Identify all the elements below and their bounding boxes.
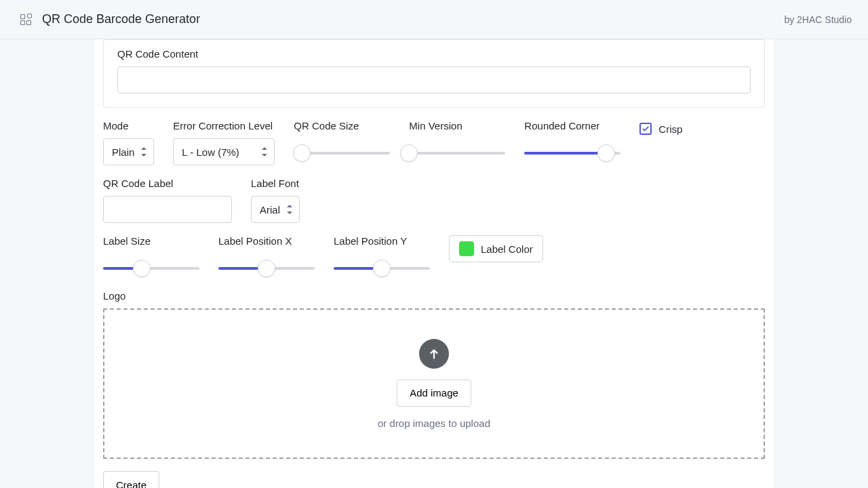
mode-select[interactable]: Plain xyxy=(103,138,154,165)
labelsize-col: Label Size xyxy=(103,235,199,278)
check-icon xyxy=(642,125,650,133)
mode-col: Mode Plain xyxy=(103,120,154,165)
add-image-button[interactable]: Add image xyxy=(397,380,471,407)
ecc-label: Error Correction Level xyxy=(173,120,275,131)
qrlabel-label: QR Code Label xyxy=(103,178,232,189)
crisp-label: Crisp xyxy=(658,123,682,135)
app-header: QR Code Barcode Generator by 2HAC Studio xyxy=(0,0,868,39)
labelposx-slider[interactable] xyxy=(218,253,315,278)
qrlabel-input[interactable] xyxy=(103,196,232,223)
font-label: Label Font xyxy=(251,178,300,189)
size-col: QR Code Size xyxy=(294,120,390,163)
crisp-checkbox[interactable] xyxy=(639,123,652,135)
color-swatch xyxy=(459,241,474,256)
minver-slider[interactable] xyxy=(409,138,505,163)
labelsize-slider[interactable] xyxy=(103,253,199,278)
by-prefix: by xyxy=(784,14,797,25)
minver-col: Min Version xyxy=(409,120,505,163)
rounded-slider[interactable] xyxy=(524,138,620,163)
logo-dropzone[interactable]: Add image or drop images to upload xyxy=(103,308,765,459)
font-value: Arial xyxy=(260,204,280,216)
create-button[interactable]: Create xyxy=(103,471,159,488)
rounded-label: Rounded Corner xyxy=(524,120,620,131)
labelcolor-button[interactable]: Label Color xyxy=(449,235,543,262)
ecc-col: Error Correction Level L - Low (7%) xyxy=(173,120,275,165)
form-canvas: QR Code Content Mode Plain Error Correct… xyxy=(95,39,773,488)
minver-label: Min Version xyxy=(409,120,505,131)
qr-content-input[interactable] xyxy=(117,66,751,94)
font-col: Label Font Arial xyxy=(251,178,300,223)
qr-content-box: QR Code Content xyxy=(103,39,765,108)
labelposy-label: Label Position Y xyxy=(334,235,430,247)
app-title: QR Code Barcode Generator xyxy=(42,12,200,26)
options-row-2: QR Code Label Label Font Arial xyxy=(103,178,765,223)
studio-name: 2HAC Studio xyxy=(797,14,852,25)
ecc-value: L - Low (7%) xyxy=(182,146,239,158)
options-row-1: Mode Plain Error Correction Level L - Lo… xyxy=(103,120,765,165)
crisp-col: Crisp xyxy=(639,120,682,135)
labelposy-col: Label Position Y xyxy=(334,235,430,278)
header-byline: by 2HAC Studio xyxy=(784,14,852,25)
rounded-col: Rounded Corner xyxy=(524,120,620,163)
header-left: QR Code Barcode Generator xyxy=(20,12,200,26)
drop-hint: or drop images to upload xyxy=(378,418,490,429)
labelposx-label: Label Position X xyxy=(218,235,315,247)
labelsize-label: Label Size xyxy=(103,235,199,247)
labelposx-col: Label Position X xyxy=(218,235,315,278)
qrlabel-col: QR Code Label xyxy=(103,178,232,223)
size-label: QR Code Size xyxy=(294,120,390,131)
options-row-3: Label Size Label Position X xyxy=(103,235,765,278)
mode-value: Plain xyxy=(112,146,134,158)
chevron-updown-icon xyxy=(262,147,269,157)
font-select[interactable]: Arial xyxy=(251,196,300,223)
chevron-updown-icon xyxy=(141,147,148,157)
logo-section-label: Logo xyxy=(103,290,765,302)
chevron-updown-icon xyxy=(287,205,294,214)
labelcolor-col: Label Color xyxy=(449,235,543,262)
size-slider[interactable] xyxy=(294,138,390,163)
app-grid-icon xyxy=(20,14,31,25)
main-area: QR Code Content Mode Plain Error Correct… xyxy=(0,39,868,488)
labelposy-slider[interactable] xyxy=(334,253,430,278)
qr-content-label: QR Code Content xyxy=(117,48,751,60)
upload-icon xyxy=(419,339,449,369)
ecc-select[interactable]: L - Low (7%) xyxy=(173,138,275,165)
labelcolor-label: Label Color xyxy=(481,243,533,255)
mode-label: Mode xyxy=(103,120,154,131)
